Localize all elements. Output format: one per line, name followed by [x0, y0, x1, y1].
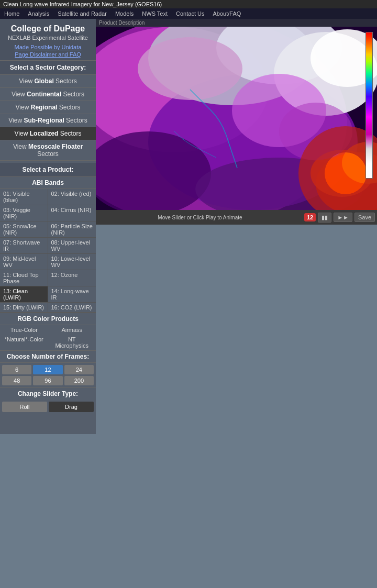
slider-btn-roll[interactable]: Roll: [2, 402, 47, 412]
band-item-14[interactable]: 14: Long-wave IR: [48, 286, 96, 303]
product-header: Select a Product:: [0, 163, 96, 177]
nav-item-models[interactable]: Models: [111, 8, 138, 19]
svg-point-6: [138, 37, 242, 100]
band-item-01[interactable]: 01: Visible (blue): [0, 189, 48, 205]
band-item-08[interactable]: 08: Upper-level WV: [48, 238, 96, 254]
sidebar: College of DuPage NEXLAB Experimental Sa…: [0, 19, 96, 434]
stop-button[interactable]: ▮▮: [318, 213, 331, 223]
sector-link-mesoscale[interactable]: View Mesoscale Floater Sectors: [0, 140, 96, 161]
satellite-image: [96, 27, 377, 210]
image-header: Product Description: [96, 19, 377, 27]
band-item-13[interactable]: 13: Clean (LWIR): [0, 286, 48, 303]
nav-item-about[interactable]: About/FAQ: [208, 8, 245, 19]
band-item-09[interactable]: 09: Mid-level WV: [0, 254, 48, 270]
band-item-11[interactable]: 11: Cloud Top Phase: [0, 270, 48, 286]
frame-btn-200[interactable]: 200: [64, 376, 94, 385]
band-item-02[interactable]: 02: Visible (red): [48, 189, 96, 205]
sector-links-container: View Global SectorsView Continental Sect…: [0, 75, 96, 161]
below-image: [96, 225, 377, 434]
sector-link-subregional[interactable]: View Sub-Regional Sectors: [0, 114, 96, 127]
nav-bar: HomeAnalysisSatellite and RadarModelsNWS…: [0, 8, 377, 19]
frame-btn-24[interactable]: 24: [64, 365, 94, 374]
sector-link-continental[interactable]: View Continental Sectors: [0, 88, 96, 101]
nav-item-nws-text[interactable]: NWS Text: [138, 8, 172, 19]
page-title: Clean Long-wave Infrared Imagery for New…: [3, 1, 374, 7]
frame-count-badge: 12: [304, 213, 316, 221]
band-item-05[interactable]: 05: Snow/Ice (NIR): [0, 221, 48, 238]
band-item-06[interactable]: 06: Particle Size (NIR): [48, 221, 96, 238]
title-bar: Clean Long-wave Infrared Imagery for New…: [0, 0, 377, 8]
rgb-item-airmass[interactable]: Airmass: [48, 325, 96, 335]
abi-bands-header: ABI Bands: [0, 177, 96, 189]
frames-header: Choose Number of Frames:: [0, 351, 96, 363]
band-item-04[interactable]: 04: Cirrus (NIR): [48, 205, 96, 221]
nav-item-home[interactable]: Home: [0, 8, 24, 19]
frame-btn-96[interactable]: 96: [33, 376, 62, 385]
band-item-12[interactable]: 12: Ozone: [48, 270, 96, 286]
sector-link-localized[interactable]: View Localized Sectors: [0, 127, 96, 140]
slider-btn-drag[interactable]: Drag: [49, 402, 94, 412]
unidata-link[interactable]: Made Possible by Unidata: [3, 44, 93, 50]
frame-btn-6[interactable]: 6: [2, 365, 31, 374]
rgb-item-true-color[interactable]: True-Color: [0, 325, 48, 335]
sector-link-global[interactable]: View Global Sectors: [0, 75, 96, 88]
animation-bar: Move Slider or Click Play to Animate 12 …: [96, 210, 377, 225]
rgb-item-nt-microphysics[interactable]: NT Microphysics: [48, 335, 96, 350]
band-item-03[interactable]: 03: Veggie (NIR): [0, 205, 48, 221]
college-header: College of DuPage NEXLAB Experimental Sa…: [0, 19, 96, 61]
rgb-item-natural-color[interactable]: *Natural*-Color: [0, 335, 48, 350]
save-button[interactable]: Save: [354, 213, 375, 222]
rgb-header: RGB Color Products: [0, 313, 96, 325]
frames-grid: 612244896200: [0, 363, 96, 387]
sector-category-header: Select a Sector Category:: [0, 61, 96, 75]
slider-header: Change Slider Type:: [0, 387, 96, 400]
band-item-15[interactable]: 15: Dirty (LWIR): [0, 303, 48, 313]
main-layout: College of DuPage NEXLAB Experimental Sa…: [0, 19, 377, 434]
content-area: Product Description: [96, 19, 377, 434]
nav-item-contact[interactable]: Contact Us: [172, 8, 208, 19]
nav-item-analysis[interactable]: Analysis: [24, 8, 53, 19]
band-item-07[interactable]: 07: Shortwave IR: [0, 238, 48, 254]
rgb-grid: True-ColorAirmass*Natural*-ColorNT Micro…: [0, 325, 96, 351]
step-forward-button[interactable]: ►►: [334, 213, 352, 222]
frame-btn-12[interactable]: 12: [33, 365, 62, 374]
colorbar: [365, 32, 373, 179]
slider-grid: RollDrag: [0, 400, 96, 414]
disclaimer-link[interactable]: Page Disclaimer and FAQ: [3, 51, 93, 58]
frame-btn-48[interactable]: 48: [2, 376, 31, 385]
bands-grid: 01: Visible (blue)02: Visible (red)03: V…: [0, 189, 96, 313]
band-item-10[interactable]: 10: Lower-level WV: [48, 254, 96, 270]
nexlab-title: NEXLAB Experimental Satellite: [3, 35, 93, 41]
band-item-16[interactable]: 16: CO2 (LWIR): [48, 303, 96, 313]
nav-item-satellite-radar[interactable]: Satellite and Radar: [53, 8, 111, 19]
animation-instruction: Move Slider or Click Play to Animate: [98, 215, 302, 220]
college-name: College of DuPage: [3, 24, 93, 34]
sector-link-regional[interactable]: View Regional Sectors: [0, 101, 96, 114]
